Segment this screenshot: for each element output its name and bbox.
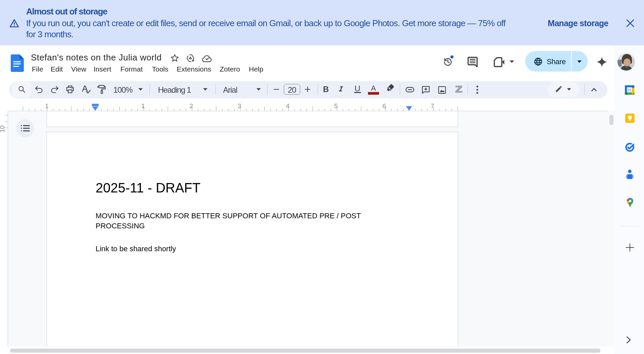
svg-text:31: 31 xyxy=(627,88,632,92)
